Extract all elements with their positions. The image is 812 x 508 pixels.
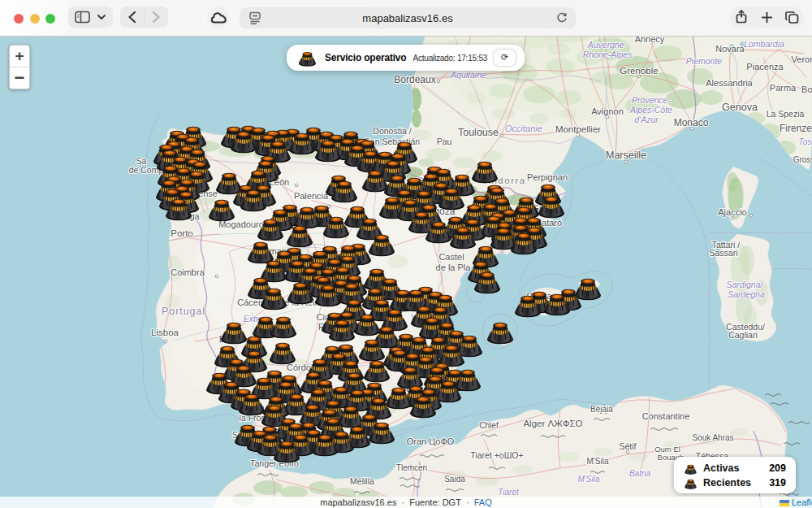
svg-text:Alger ΛЖФΣО: Alger ΛЖФΣО: [523, 419, 582, 428]
svg-text:Porto: Porto: [171, 228, 193, 238]
svg-text:Sardegna: Sardegna: [728, 289, 765, 299]
svg-text:Avignon: Avignon: [591, 106, 624, 116]
svg-text:Parma: Parma: [770, 83, 797, 93]
svg-text:Gross: Gross: [793, 155, 812, 164]
svg-text:Toulouse: Toulouse: [458, 127, 499, 138]
svg-text:Bordeaux: Bordeaux: [394, 74, 435, 85]
svg-text:Constantine: Constantine: [642, 411, 690, 421]
svg-text:Tiaret +оШО+: Tiaret +оШО+: [470, 450, 523, 460]
svg-text:Monaco: Monaco: [674, 117, 709, 128]
svg-text:d'Azur: d'Azur: [634, 115, 659, 124]
svg-text:Firenze: Firenze: [780, 123, 812, 134]
svg-text:Sétif: Sétif: [619, 441, 636, 451]
svg-text:Provence-: Provence-: [632, 95, 671, 105]
svg-text:Perpignan: Perpignan: [527, 172, 568, 182]
svg-text:Oran ЦоФО: Oran ЦоФО: [407, 436, 455, 446]
svg-text:Montpellier: Montpellier: [555, 124, 601, 134]
svg-text:Marseille: Marseille: [606, 150, 646, 161]
svg-text:Occitanie: Occitanie: [505, 124, 542, 133]
svg-text:Tosc: Tosc: [799, 137, 812, 146]
svg-text:Verona: Verona: [792, 54, 812, 64]
svg-text:Ajaccio: Ajaccio: [718, 207, 746, 217]
svg-text:de la Pla: de la Pla: [436, 263, 472, 272]
svg-text:Melilla: Melilla: [350, 476, 374, 486]
svg-text:Bol: Bol: [801, 85, 812, 94]
svg-text:Souk Ahras: Souk Ahras: [692, 433, 733, 442]
svg-text:Portugal: Portugal: [162, 306, 205, 317]
svg-text:Piemonte: Piemonte: [686, 56, 723, 66]
svg-text:M'Sila: M'Sila: [587, 457, 609, 466]
svg-text:Tlemcen: Tlemcen: [396, 463, 427, 472]
svg-text:Chlef: Chlef: [479, 421, 499, 430]
svg-text:Alpes-Côte: Alpes-Côte: [629, 105, 672, 115]
svg-text:Piacenza: Piacenza: [746, 62, 784, 72]
svg-text:Coimbra: Coimbra: [171, 267, 205, 277]
svg-text:Novara: Novara: [715, 44, 745, 54]
svg-text:Sa: Sa: [136, 156, 147, 166]
svg-text:Aquitaine: Aquitaine: [450, 70, 486, 80]
svg-text:Tiaret: Tiaret: [498, 488, 520, 497]
svg-text:Rhône-Alpes: Rhône-Alpes: [583, 50, 633, 59]
svg-text:Castel: Castel: [438, 252, 464, 262]
svg-text:Batna: Batna: [629, 469, 651, 478]
svg-text:Alessandria: Alessandria: [706, 78, 753, 88]
svg-text:Béjaia: Béjaia: [590, 405, 613, 414]
svg-text:Auvergne-: Auvergne-: [587, 40, 628, 50]
svg-text:Pau: Pau: [437, 137, 452, 146]
svg-text:Genova: Genova: [722, 102, 758, 113]
svg-text:Annecy: Annecy: [635, 37, 665, 44]
svg-text:Palencia: Palencia: [294, 191, 329, 201]
svg-text:Saida: Saida: [444, 475, 465, 484]
svg-text:Sardigna/: Sardigna/: [727, 280, 764, 289]
svg-text:Donostia /: Donostia /: [373, 126, 411, 136]
svg-text:Sassari: Sassari: [709, 248, 737, 258]
svg-text:Lombardia: Lombardia: [744, 39, 784, 49]
svg-text:Lisboa: Lisboa: [151, 328, 179, 337]
svg-text:Grenoble: Grenoble: [620, 66, 658, 76]
svg-text:M'Sila: M'Sila: [578, 475, 600, 484]
svg-text:Cagliari: Cagliari: [728, 330, 758, 340]
svg-text:La Spezia: La Spezia: [767, 109, 805, 119]
